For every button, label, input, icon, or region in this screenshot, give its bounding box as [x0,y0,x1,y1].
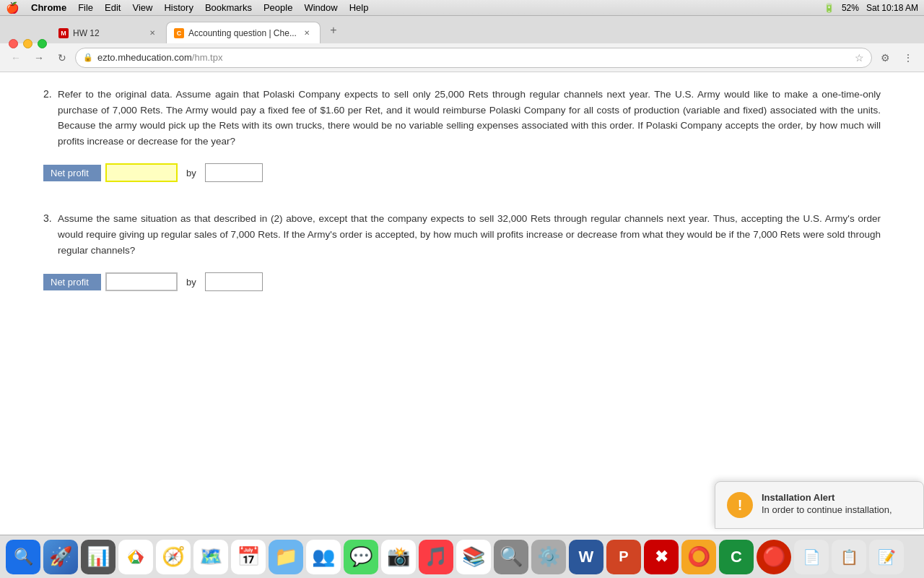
dock-launchpad[interactable]: 🚀 [43,540,78,574]
tab-favicon-acct: C [174,28,184,38]
dock: 🔍 🚀 📊 🧭 🗺️ 📅 📁 👥 💬 📸 🎵 📚 🔍 ⚙️ W P ✖ ⭕ C … [0,535,924,578]
alert-warning-icon: ! [727,492,753,518]
q2-by-label: by [182,168,201,178]
tab-hw12[interactable]: M HW 12 ✕ [51,22,166,43]
menu-bar: 🍎 Chrome File Edit View History Bookmark… [0,0,924,16]
question-3: 3. Assume the same situation as that des… [43,211,881,258]
question-2-block: 2. Refer to the original data. Assume ag… [43,87,881,182]
q2-number: 2. [43,88,58,100]
apple-menu[interactable]: 🍎 [6,1,19,14]
dock-word[interactable]: W [569,540,603,574]
dock-finder[interactable]: 🔍 [6,540,40,574]
dock-books[interactable]: 📚 [456,540,491,574]
alert-text: Installation Alert In order to continue … [762,492,892,515]
q2-text: Refer to the original data. Assume again… [58,87,881,149]
menu-history[interactable]: History [158,0,199,16]
address-bar[interactable]: 🔒 ezto.mheducation.com/hm.tpx ☆ [75,48,872,68]
window-controls [9,39,47,48]
dock-doc3[interactable]: 📝 [869,540,904,574]
dock-x[interactable]: ✖ [644,540,679,574]
menu-help[interactable]: Help [344,0,375,16]
dock-c-icon[interactable]: C [719,540,754,574]
dock-safari[interactable]: 🧭 [156,540,191,574]
toolbar-right: ⚙ ⋮ [875,48,918,68]
dock-orange[interactable]: ⭕ [681,540,716,574]
q3-by-label: by [182,277,201,288]
dock-spotlight[interactable]: 🔍 [494,540,528,574]
installation-alert: ! Installation Alert In order to continu… [715,481,924,529]
battery-icon: 🔋 [824,3,834,13]
tab-label-acct: Accounting question | Che... [188,28,297,38]
q3-text: Assume the same situation as that descri… [58,211,881,258]
dock-contacts[interactable]: 👥 [306,540,341,574]
dock-calendar[interactable]: 📅 [231,540,266,574]
tab-close-acct[interactable]: ✕ [301,27,313,39]
q3-net-profit-label: Net profit [43,274,101,290]
menu-bar-right: 🔋 52% Sat 10:18 AM [824,3,918,13]
menu-view[interactable]: View [126,0,158,16]
dock-red-icon[interactable]: 🔴 [757,540,791,574]
tab-label-hw12: HW 12 [73,28,100,38]
refresh-button[interactable]: ↻ [52,48,72,68]
q2-net-profit-label: Net profit [43,165,101,181]
close-button[interactable] [9,39,18,48]
dock-doc2[interactable]: 📋 [832,540,866,574]
lock-icon: 🔒 [83,53,93,62]
q3-direction-input[interactable] [205,272,263,291]
tab-accounting[interactable]: C Accounting question | Che... ✕ [166,22,321,43]
dock-maps[interactable]: 🗺️ [193,540,228,574]
toolbar: ← → ↻ 🔒 ezto.mheducation.com/hm.tpx ☆ ⚙ … [0,43,924,72]
menu-file[interactable]: File [72,0,99,16]
address-url: ezto.mheducation.com/hm.tpx [97,52,850,63]
svg-point-2 [133,554,139,560]
menu-window[interactable]: Window [298,0,343,16]
dock-powerpoint[interactable]: P [606,540,641,574]
q3-amount-input[interactable] [105,272,178,291]
tab-favicon-hw12: M [58,28,69,38]
menu-bookmarks[interactable]: Bookmarks [199,0,258,16]
menu-chrome[interactable]: Chrome [25,0,72,16]
maximize-button[interactable] [38,39,47,48]
extensions-button[interactable]: ⚙ [875,48,895,68]
bookmark-star-icon[interactable]: ☆ [855,52,864,64]
menu-edit[interactable]: Edit [99,0,126,16]
menu-people[interactable]: People [258,0,298,16]
dock-chrome[interactable] [118,540,153,574]
q2-direction-input[interactable] [205,163,263,182]
new-tab-button[interactable]: + [323,20,344,40]
dock-doc1[interactable]: 📄 [794,540,829,574]
dock-music[interactable]: 🎵 [419,540,453,574]
question-2: 2. Refer to the original data. Assume ag… [43,87,881,149]
q2-amount-input[interactable] [105,163,178,182]
battery-percent: 52% [842,3,859,13]
dock-settings[interactable]: ⚙️ [531,540,566,574]
minimize-button[interactable] [23,39,32,48]
dock-photos[interactable]: 📸 [381,540,416,574]
back-button[interactable]: ← [6,48,26,68]
forward-button[interactable]: → [29,48,49,68]
question-3-block: 3. Assume the same situation as that des… [43,211,881,291]
q3-answer-row: Net profit by [43,272,881,291]
clock: Sat 10:18 AM [866,3,918,13]
q3-number: 3. [43,212,58,224]
dock-messages[interactable]: 💬 [344,540,378,574]
tab-close-hw12[interactable]: ✕ [147,27,158,39]
dock-analytics[interactable]: 📊 [81,540,116,574]
menu-button[interactable]: ⋮ [898,48,918,68]
dock-files[interactable]: 📁 [269,540,303,574]
q2-answer-row: Net profit by [43,163,881,182]
